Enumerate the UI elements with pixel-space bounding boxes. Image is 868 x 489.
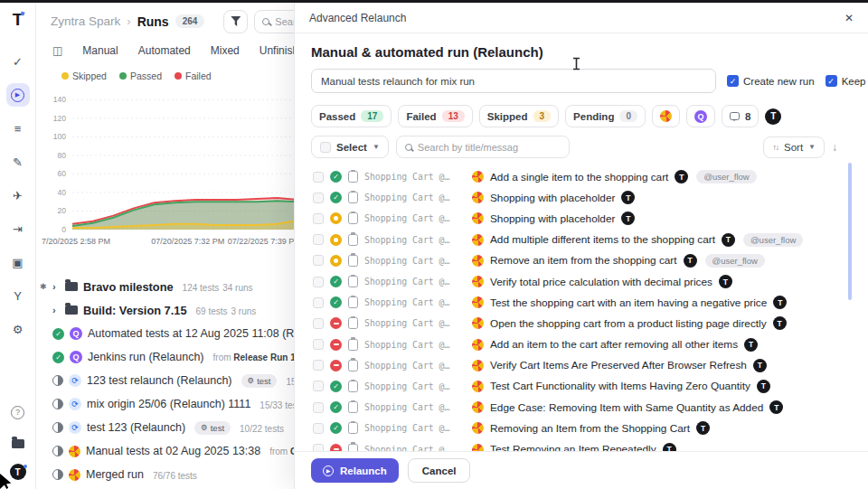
- test-title[interactable]: Test Removing an Item Repeatedly: [490, 443, 656, 451]
- test-title[interactable]: Add a single item to the shopping cart: [490, 171, 668, 183]
- create-new-run-checkbox[interactable]: ✓ Create new run: [727, 75, 815, 87]
- chip-passed[interactable]: Passed 17: [311, 105, 392, 127]
- defects-icon[interactable]: ⇥: [6, 217, 30, 240]
- test-list-item[interactable]: ✓ Shopping Cart @… Shopping with placeho…: [311, 187, 850, 208]
- test-title[interactable]: Verify Cart Items Are Preserved After Br…: [490, 359, 747, 371]
- test-title[interactable]: Remove an item from the shopping cart: [490, 254, 677, 267]
- test-title[interactable]: Open the shopping cart from a product li…: [490, 317, 767, 330]
- tests-scrollbar[interactable]: [848, 163, 852, 300]
- test-list-item[interactable]: Shopping Cart @… Add an item to the cart…: [311, 334, 850, 355]
- keep-values-checkbox[interactable]: ✓ Keep values ?: [826, 75, 868, 87]
- test-row-checkbox[interactable]: [313, 423, 324, 434]
- test-title[interactable]: Add an item to the cart after removing a…: [490, 338, 738, 351]
- tab-automated[interactable]: Automated: [138, 44, 191, 57]
- chip-comments[interactable]: 8: [722, 105, 759, 127]
- chip-manual-type[interactable]: [652, 105, 680, 127]
- run-list-item[interactable]: Manual tests at 02 Aug 2025 13:38 from C…: [36, 439, 307, 463]
- test-row-checkbox[interactable]: [313, 277, 324, 287]
- chevron-right-icon[interactable]: ›: [52, 305, 60, 315]
- test-list-item[interactable]: Shopping Cart @… Verify Cart Items Are P…: [311, 355, 850, 376]
- projects-folder-icon[interactable]: [6, 432, 30, 456]
- test-row-checkbox[interactable]: [313, 193, 324, 203]
- pin-icon[interactable]: ✱: [40, 282, 47, 291]
- legend-item[interactable]: Failed: [175, 71, 212, 81]
- test-list-item[interactable]: Shopping Cart @… Remove an item from the…: [311, 250, 850, 271]
- run-list-item[interactable]: ⟳ 123 test relaunch (Relaunch) ⚙test 15/…: [36, 369, 307, 392]
- test-row-checkbox[interactable]: [313, 297, 324, 308]
- shared-steps-icon[interactable]: ≡: [6, 117, 30, 140]
- test-row-checkbox[interactable]: [313, 402, 324, 413]
- sort-direction-icon[interactable]: ↓: [832, 141, 837, 154]
- test-title[interactable]: Edge Case: Removing Item with Same Quant…: [490, 401, 763, 414]
- test-list-item[interactable]: ✓ Shopping Cart @… Verify total price ca…: [311, 271, 850, 292]
- test-row-checkbox[interactable]: [313, 172, 324, 183]
- legend-item[interactable]: Passed: [119, 71, 162, 81]
- test-row-checkbox[interactable]: [313, 444, 324, 451]
- chip-skipped[interactable]: Skipped 3: [479, 105, 559, 127]
- run-title[interactable]: Manual tests at 02 Aug 2025 13:38: [86, 445, 260, 457]
- select-dropdown[interactable]: Select ▼: [311, 136, 389, 158]
- breadcrumb-project[interactable]: Zyntra Spark: [51, 14, 120, 28]
- view-mode-icon[interactable]: ◫: [52, 44, 62, 57]
- reports-icon[interactable]: ▣: [6, 250, 30, 274]
- run-list-item[interactable]: ✓ Q Automated tests at 12 Aug 2025 11:08…: [36, 322, 307, 345]
- run-name-input[interactable]: [311, 69, 716, 93]
- run-list-item[interactable]: ✱ › Bravo milestone 124 tests34 runs: [36, 275, 307, 298]
- test-row-checkbox[interactable]: [313, 360, 324, 371]
- sort-dropdown[interactable]: ↑↓ Sort ▼: [763, 136, 825, 158]
- test-list-item[interactable]: Shopping Cart @… Shopping with placehold…: [311, 208, 850, 229]
- test-list-item[interactable]: Shopping Cart @… Add multiple different …: [311, 230, 850, 250]
- test-plans-icon[interactable]: ✈: [6, 183, 30, 207]
- close-icon[interactable]: ✕: [844, 12, 854, 24]
- test-row-checkbox[interactable]: [313, 213, 324, 224]
- run-list-item[interactable]: Merged run 76/76 tests: [36, 463, 307, 486]
- test-title[interactable]: Test the shopping cart with an item havi…: [490, 296, 767, 309]
- chip-pending[interactable]: Pending 0: [565, 105, 646, 127]
- run-title[interactable]: Bravo milestone: [83, 280, 174, 294]
- run-title[interactable]: Jenkins run (Relaunch): [88, 351, 204, 363]
- run-title[interactable]: mix origin 25/06 (Relaunch) 1111: [87, 398, 250, 410]
- run-list-item[interactable]: ⟳ mix origin 25/06 (Relaunch) 1111 15/33…: [36, 392, 307, 416]
- chip-automation-type[interactable]: Q: [686, 105, 715, 127]
- user-avatar[interactable]: T: [10, 464, 26, 480]
- tab-manual[interactable]: Manual: [82, 44, 118, 57]
- help-icon[interactable]: ?: [6, 400, 30, 424]
- assignee-avatar[interactable]: T: [765, 108, 781, 125]
- tests-search-input[interactable]: Search by title/messag: [396, 136, 570, 158]
- test-list-item[interactable]: ✓ Shopping Cart @… Removing an Item from…: [311, 418, 850, 438]
- test-runs-icon[interactable]: ▶: [6, 83, 30, 107]
- test-title[interactable]: Verify total price calculation with deci…: [490, 276, 712, 288]
- run-title[interactable]: Automated tests at 12 Aug 2025 11:08 (Re…: [88, 327, 307, 340]
- test-title[interactable]: Removing an Item from the Shopping Cart: [490, 422, 690, 435]
- filter-button[interactable]: [223, 10, 248, 33]
- tab-mixed[interactable]: Mixed: [211, 44, 240, 57]
- chip-failed[interactable]: Failed 13: [398, 105, 472, 127]
- test-row-checkbox[interactable]: [313, 339, 324, 350]
- run-title[interactable]: test 123 (Relaunch): [87, 421, 185, 434]
- test-title[interactable]: Shopping with placeholder: [490, 212, 615, 225]
- test-list-item[interactable]: Shopping Cart @… Test Removing an Item R…: [311, 438, 850, 451]
- integrations-icon[interactable]: Y: [6, 284, 30, 307]
- test-list-item[interactable]: ✓ Shopping Cart @… Add a single item to …: [311, 166, 850, 187]
- relaunch-button[interactable]: ▶ Relaunch: [311, 458, 399, 483]
- test-title[interactable]: Shopping with placeholder: [490, 192, 615, 204]
- cancel-button[interactable]: Cancel: [408, 458, 471, 483]
- test-title[interactable]: Add multiple different items to the shop…: [490, 233, 715, 246]
- run-title[interactable]: 123 test relaunch (Relaunch): [87, 374, 232, 387]
- run-list-item[interactable]: ✓ Q Jenkins run (Relaunch) from Release …: [36, 345, 307, 369]
- run-title[interactable]: Merged run: [86, 468, 144, 481]
- review-icon[interactable]: ✎: [6, 150, 30, 174]
- chevron-right-icon[interactable]: ›: [52, 281, 60, 292]
- run-title[interactable]: Build: Version 7.15: [83, 304, 187, 317]
- test-list-item[interactable]: Shopping Cart @… Open the shopping cart …: [311, 313, 850, 334]
- test-title[interactable]: Test Cart Functionality with Items Havin…: [490, 380, 750, 392]
- test-cases-icon[interactable]: ✓: [6, 50, 30, 73]
- settings-gear-icon[interactable]: ⚙: [6, 317, 30, 341]
- legend-item[interactable]: Skipped: [61, 71, 107, 81]
- select-all-checkbox[interactable]: [320, 142, 331, 153]
- test-row-checkbox[interactable]: [313, 255, 324, 266]
- run-list-item[interactable]: › Build: Version 7.15 69 tests3 runs: [36, 298, 307, 322]
- test-list-item[interactable]: ✓ Shopping Cart @… Edge Case: Removing I…: [311, 397, 850, 418]
- test-row-checkbox[interactable]: [313, 234, 324, 245]
- test-list-item[interactable]: ✓ Shopping Cart @… Test Cart Functionali…: [311, 376, 850, 397]
